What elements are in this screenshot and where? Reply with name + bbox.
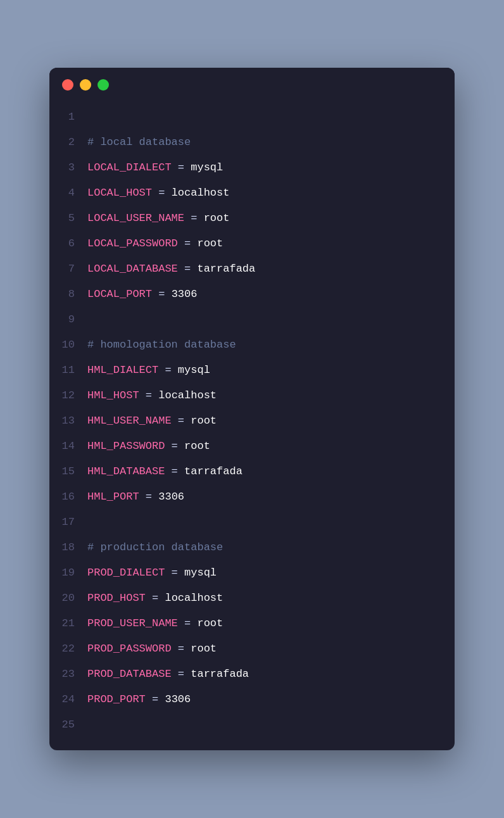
value-text: localhost	[165, 592, 223, 604]
line-content: PROD_DIALECT = mysql	[87, 562, 455, 584]
code-line: 4LOCAL_HOST = localhost	[49, 180, 455, 206]
line-content: HML_HOST = localhost	[87, 384, 455, 407]
value-text: mysql	[178, 364, 210, 376]
value-text: root	[191, 643, 217, 655]
key-text: LOCAL_HOST	[87, 187, 152, 199]
key-text: HML_DATABASE	[87, 465, 165, 477]
line-number: 15	[49, 460, 87, 483]
value-text: localhost	[158, 389, 217, 401]
line-content: PROD_USER_NAME = root	[87, 612, 455, 635]
line-content: HML_PORT = 3306	[87, 486, 455, 508]
equals-text: =	[146, 592, 165, 604]
code-line: 1	[49, 104, 455, 130]
code-line: 19PROD_DIALECT = mysql	[49, 560, 455, 586]
equals-text: =	[172, 668, 191, 680]
code-line: 12HML_HOST = localhost	[49, 383, 455, 408]
line-content: LOCAL_HOST = localhost	[87, 182, 455, 204]
line-content: PROD_DATABASE = tarrafada	[87, 663, 455, 686]
value-text: root	[197, 617, 223, 629]
code-area: 12# local database3LOCAL_DIALECT = mysql…	[49, 99, 455, 750]
value-text: mysql	[184, 567, 217, 579]
equals-text: =	[139, 491, 159, 503]
key-text: LOCAL_DATABASE	[87, 263, 178, 275]
code-line: 16HML_PORT = 3306	[49, 484, 455, 510]
line-content: LOCAL_DIALECT = mysql	[87, 156, 455, 179]
key-text: PROD_HOST	[87, 592, 146, 604]
equals-text: =	[172, 161, 191, 173]
key-text: PROD_USER_NAME	[87, 617, 178, 629]
line-content: PROD_HOST = localhost	[87, 587, 455, 610]
code-line: 23PROD_DATABASE = tarrafada	[49, 662, 455, 687]
code-line: 13HML_USER_NAME = root	[49, 408, 455, 434]
line-number: 23	[49, 663, 87, 686]
equals-text: =	[178, 617, 198, 629]
key-text: PROD_PORT	[87, 693, 146, 705]
line-number: 11	[49, 359, 87, 382]
line-content: HML_PASSWORD = root	[87, 435, 455, 458]
line-number: 8	[49, 283, 87, 306]
equals-text: =	[172, 415, 191, 427]
maximize-button[interactable]	[98, 79, 109, 91]
value-text: root	[191, 415, 217, 427]
line-number: 16	[49, 486, 87, 508]
minimize-button[interactable]	[80, 79, 91, 91]
value-text: localhost	[172, 187, 230, 199]
key-text: HML_HOST	[87, 389, 139, 401]
key-text: LOCAL_DIALECT	[87, 161, 172, 173]
line-number: 2	[49, 131, 87, 154]
code-line: 2# local database	[49, 130, 455, 155]
equals-text: =	[158, 364, 178, 376]
equals-text: =	[178, 263, 198, 275]
close-button[interactable]	[62, 79, 73, 91]
line-number: 12	[49, 384, 87, 407]
key-text: PROD_DIALECT	[87, 567, 165, 579]
line-content: HML_USER_NAME = root	[87, 410, 455, 432]
line-number: 7	[49, 258, 87, 280]
key-text: LOCAL_USER_NAME	[87, 212, 184, 224]
code-line: 20PROD_HOST = localhost	[49, 586, 455, 611]
value-text: 3306	[172, 288, 198, 300]
line-number: 5	[49, 207, 87, 230]
comment-text: # production database	[87, 541, 223, 553]
equals-text: =	[152, 187, 172, 199]
line-content: # local database	[87, 131, 455, 154]
key-text: HML_PORT	[87, 491, 139, 503]
line-number: 10	[49, 334, 87, 356]
key-text: PROD_DATABASE	[87, 668, 172, 680]
code-line: 3LOCAL_DIALECT = mysql	[49, 155, 455, 180]
code-line: 7LOCAL_DATABASE = tarrafada	[49, 256, 455, 282]
line-content: HML_DATABASE = tarrafada	[87, 460, 455, 483]
line-number: 13	[49, 410, 87, 432]
code-line: 21PROD_USER_NAME = root	[49, 611, 455, 636]
value-text: root	[197, 237, 223, 249]
value-text: root	[184, 440, 210, 452]
code-line: 18# production database	[49, 535, 455, 560]
value-text: mysql	[191, 161, 223, 173]
line-number: 19	[49, 562, 87, 584]
line-content: PROD_PASSWORD = root	[87, 638, 455, 660]
line-content: # homologation database	[87, 334, 455, 356]
code-line: 22PROD_PASSWORD = root	[49, 636, 455, 662]
line-number: 1	[49, 106, 87, 129]
equals-text: =	[146, 693, 165, 705]
code-line: 24PROD_PORT = 3306	[49, 687, 455, 712]
comment-text: # homologation database	[87, 339, 236, 351]
key-text: PROD_PASSWORD	[87, 643, 172, 655]
line-content: LOCAL_PORT = 3306	[87, 283, 455, 306]
equals-text: =	[139, 389, 159, 401]
code-line: 6LOCAL_PASSWORD = root	[49, 231, 455, 256]
line-number: 3	[49, 156, 87, 179]
line-content: HML_DIALECT = mysql	[87, 359, 455, 382]
line-content: # production database	[87, 536, 455, 559]
key-text: LOCAL_PORT	[87, 288, 152, 300]
line-number: 4	[49, 182, 87, 204]
key-text: LOCAL_PASSWORD	[87, 237, 178, 249]
code-line: 9	[49, 307, 455, 332]
equals-text: =	[165, 567, 184, 579]
line-number: 21	[49, 612, 87, 635]
equals-text: =	[172, 643, 191, 655]
code-line: 11HML_DIALECT = mysql	[49, 358, 455, 383]
line-number: 20	[49, 587, 87, 610]
comment-text: # local database	[87, 136, 191, 148]
line-content: LOCAL_USER_NAME = root	[87, 207, 455, 230]
